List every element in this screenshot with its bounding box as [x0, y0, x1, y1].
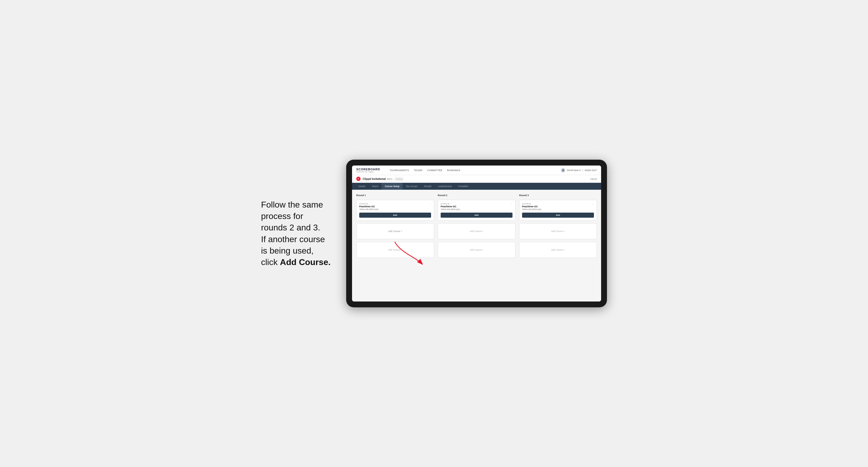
- instruction-text: Follow the sameprocess forrounds 2 and 3…: [261, 199, 336, 268]
- round-3-edit-button[interactable]: Edit: [522, 213, 594, 218]
- nav-tournaments[interactable]: TOURNAMENTS: [390, 169, 409, 172]
- tablet-device: SCOREBOARD Powered by clippd TOURNAMENTS…: [346, 160, 607, 307]
- round-2-label: Round 2: [438, 194, 516, 197]
- tab-teams[interactable]: Teams: [369, 183, 381, 190]
- round-1-course-tag: (Course A): [359, 203, 431, 205]
- event-type: (Men): [387, 178, 393, 180]
- round-1-label: Round 1: [356, 194, 434, 197]
- sign-out-link[interactable]: Sign out: [585, 169, 597, 172]
- rounds-grid: Round 1 ⋮ (Course A) Peachtree GC Yellow…: [356, 194, 597, 258]
- round-1-add-label-1: Add Course +: [388, 230, 402, 232]
- tab-leaderboards[interactable]: Leaderboards: [435, 183, 455, 190]
- page-wrapper: Follow the sameprocess forrounds 2 and 3…: [261, 160, 607, 307]
- round-3-course-details: Yellow (M) (6629 yds): [522, 208, 594, 211]
- event-title: Clippd Invitational: [363, 178, 386, 180]
- round-2-card-menu[interactable]: ⋮: [510, 203, 513, 205]
- round-3-card-menu[interactable]: ⋮: [592, 203, 594, 205]
- tab-details[interactable]: Details: [355, 183, 369, 190]
- round-3-add-course-1[interactable]: Add Course +: [519, 223, 597, 239]
- round-3-add-label-1: Add Course +: [551, 230, 565, 232]
- round-2-course-name: Peachtree GC: [441, 205, 513, 208]
- round-1-column: Round 1 ⋮ (Course A) Peachtree GC Yellow…: [356, 194, 434, 258]
- tab-printables[interactable]: Printables: [455, 183, 471, 190]
- nav-teams[interactable]: TEAMS: [414, 169, 423, 172]
- content-area: Round 1 ⋮ (Course A) Peachtree GC Yellow…: [352, 190, 601, 302]
- tab-bar: Details Teams Course Setup Tee Groups Re…: [352, 183, 601, 190]
- round-2-column: Round 2 ⋮ (Course A) Peachtree GC Yellow…: [438, 194, 516, 258]
- round-1-course-card: ⋮ (Course A) Peachtree GC Yellow (M) (66…: [356, 200, 434, 221]
- round-2-add-label-1: Add Course +: [470, 230, 484, 232]
- round-1-card-menu[interactable]: ⋮: [429, 203, 431, 205]
- round-3-course-card: ⋮ (Course A) Peachtree GC Yellow (M) (66…: [519, 200, 597, 221]
- nav-rankings[interactable]: RANKINGS: [447, 169, 460, 172]
- round-3-column: Round 3 ⋮ (Course A) Peachtree GC Yellow…: [519, 194, 597, 258]
- round-2-course-tag: (Course A): [441, 203, 513, 205]
- round-1-course-details: Yellow (M) (6629 yds): [359, 208, 431, 211]
- round-1-add-course-2[interactable]: Add Course +: [356, 242, 434, 258]
- round-3-add-course-2[interactable]: Add Course +: [519, 242, 597, 258]
- tablet-screen: SCOREBOARD Powered by clippd TOURNAMENTS…: [352, 165, 601, 302]
- user-email: blair@clippd.io: [567, 169, 581, 172]
- round-2-add-label-2: Add Course +: [470, 249, 484, 251]
- round-1-edit-button[interactable]: Edit: [359, 213, 431, 218]
- user-avatar: 👤: [561, 168, 565, 173]
- brand: SCOREBOARD Powered by clippd: [356, 168, 380, 173]
- hosting-badge: Hosting: [395, 178, 404, 180]
- nav-divider: |: [583, 169, 583, 172]
- brand-sub: Powered by clippd: [356, 171, 380, 173]
- sub-header: C Clippd Invitational (Men) Hosting Canc…: [352, 175, 601, 183]
- round-2-course-details: Yellow (M) (6629 yds): [441, 208, 513, 211]
- tab-tee-groups[interactable]: Tee Groups: [403, 183, 421, 190]
- annotation-area: Round 1 ⋮ (Course A) Peachtree GC Yellow…: [352, 190, 601, 302]
- round-3-label: Round 3: [519, 194, 597, 197]
- round-2-course-card: ⋮ (Course A) Peachtree GC Yellow (M) (66…: [438, 200, 516, 221]
- round-3-course-tag: (Course A): [522, 203, 594, 205]
- tab-course-setup[interactable]: Course Setup: [381, 183, 403, 190]
- round-2-edit-button[interactable]: Edit: [441, 213, 513, 218]
- nav-links: TOURNAMENTS TEAMS COMMITTEE RANKINGS: [390, 169, 556, 172]
- instruction-line1: Follow the sameprocess forrounds 2 and 3…: [261, 200, 331, 267]
- round-2-add-course-1[interactable]: Add Course +: [438, 223, 516, 239]
- clippd-logo: C: [356, 177, 361, 181]
- round-1-course-name: Peachtree GC: [359, 205, 431, 208]
- round-1-add-label-2: Add Course +: [388, 249, 402, 251]
- brand-name: SCOREBOARD: [356, 168, 380, 171]
- tab-results[interactable]: Results: [421, 183, 435, 190]
- nav-committee[interactable]: COMMITTEE: [427, 169, 442, 172]
- cancel-button[interactable]: Cancel: [590, 178, 597, 180]
- round-2-add-course-2[interactable]: Add Course +: [438, 242, 516, 258]
- round-3-course-name: Peachtree GC: [522, 205, 594, 208]
- instruction-bold: Add Course.: [280, 257, 331, 267]
- nav-right: 👤 blair@clippd.io | Sign out: [561, 168, 597, 173]
- round-1-add-course-1[interactable]: Add Course +: [356, 223, 434, 239]
- top-nav: SCOREBOARD Powered by clippd TOURNAMENTS…: [352, 165, 601, 175]
- round-3-add-label-2: Add Course +: [551, 249, 565, 251]
